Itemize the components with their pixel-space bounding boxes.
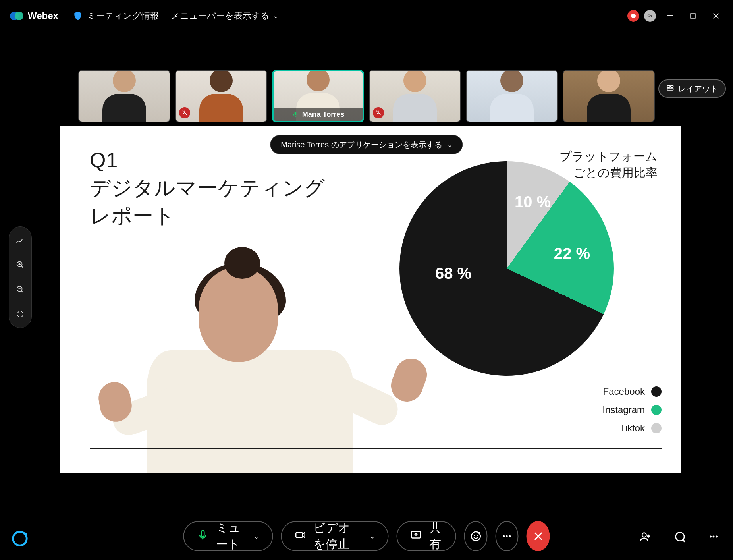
- legend-item: Tiktok: [620, 423, 662, 434]
- shared-content-stage: Q1 デジタルマーケティング レポート プラットフォーム ごとの費用比率 68 …: [60, 126, 681, 473]
- presenter-overlay: [107, 251, 385, 473]
- legend-label: Tiktok: [620, 423, 645, 434]
- svg-point-1: [15, 12, 23, 20]
- participant-thumb[interactable]: [466, 70, 558, 122]
- layout-grid-icon: [666, 84, 674, 94]
- top-bar: Webex ミーティング情報 メニューバーを表示する ⌄: [0, 0, 733, 32]
- chevron-down-icon: ⌄: [369, 532, 375, 541]
- svg-point-2: [648, 15, 650, 17]
- meeting-info-button[interactable]: ミーティング情報: [73, 10, 159, 22]
- participant-thumb-active[interactable]: Maria Torres: [272, 70, 364, 122]
- bottom-right-controls: [637, 528, 722, 545]
- svg-rect-3: [691, 14, 695, 18]
- share-source-chip[interactable]: Marise Torres のアプリケーションを表示する ⌄: [270, 135, 463, 154]
- share-screen-icon: [410, 529, 422, 544]
- window-maximize-button[interactable]: [684, 7, 702, 25]
- stop-video-button[interactable]: ビデオを停止 ⌄: [281, 521, 389, 551]
- participant-thumb[interactable]: [78, 70, 170, 122]
- annotation-toolbar: [9, 226, 32, 328]
- svg-point-23: [713, 536, 715, 538]
- meeting-info-label: ミーティング情報: [87, 10, 159, 22]
- svg-rect-12: [201, 530, 204, 536]
- shield-icon: [73, 11, 83, 21]
- legend-label: Instagram: [602, 404, 645, 415]
- slide-divider: [90, 448, 662, 449]
- svg-point-17: [476, 535, 478, 536]
- reactions-button[interactable]: [464, 521, 488, 551]
- chevron-down-icon: ⌄: [273, 12, 279, 20]
- top-right-controls: [627, 0, 725, 32]
- legend-dot-icon: [651, 386, 662, 397]
- svg-point-21: [642, 533, 646, 537]
- pie-slice-label: 10 %: [515, 193, 551, 211]
- svg-point-11: [24, 533, 27, 536]
- share-label: 共有: [429, 520, 443, 552]
- pie-chart: 68 % 22 % 10 %: [399, 161, 614, 376]
- mic-active-icon: [292, 111, 299, 118]
- show-menubar-button[interactable]: メニューバーを表示する ⌄: [171, 10, 279, 22]
- fit-screen-button[interactable]: [14, 308, 27, 321]
- mute-button[interactable]: ミュート ⌄: [183, 521, 273, 551]
- window-minimize-button[interactable]: [661, 7, 679, 25]
- zoom-out-button[interactable]: [14, 283, 27, 296]
- more-options-button[interactable]: [495, 521, 519, 551]
- microphone-icon: [197, 529, 209, 544]
- svg-point-16: [474, 535, 475, 536]
- legend-dot-icon: [651, 423, 662, 433]
- legend-item: Facebook: [603, 386, 662, 397]
- chart-legend: Facebook Instagram Tiktok: [602, 386, 662, 434]
- svg-rect-6: [671, 85, 673, 87]
- participant-thumb[interactable]: [175, 70, 267, 122]
- svg-rect-4: [294, 112, 296, 115]
- svg-point-19: [506, 535, 508, 537]
- app-name: Webex: [28, 10, 58, 21]
- end-call-button[interactable]: [527, 521, 550, 551]
- layout-button[interactable]: レイアウト: [658, 79, 726, 98]
- legend-label: Facebook: [603, 386, 645, 397]
- pie-slice-label: 68 %: [435, 265, 471, 282]
- slide-title: Q1 デジタルマーケティング レポート: [90, 146, 325, 230]
- more-panels-button[interactable]: [705, 528, 722, 545]
- pie-slice-label: 22 %: [554, 245, 590, 263]
- svg-point-22: [710, 536, 712, 538]
- participant-name: Maria Torres: [302, 110, 345, 119]
- share-chip-label: Marise Torres のアプリケーションを表示する: [281, 139, 442, 150]
- muted-icon: [179, 107, 190, 118]
- legend-dot-icon: [651, 405, 662, 415]
- zoom-in-button[interactable]: [14, 259, 27, 271]
- webex-logo: Webex: [10, 9, 58, 23]
- chevron-down-icon: ⌄: [253, 532, 259, 541]
- chevron-down-icon: ⌄: [447, 141, 452, 149]
- participants-strip: Maria Torres: [78, 70, 655, 122]
- webex-assistant-button[interactable]: [9, 527, 31, 550]
- svg-rect-5: [667, 85, 670, 87]
- muted-icon: [373, 107, 384, 118]
- webex-logo-icon: [10, 9, 24, 23]
- legend-item: Instagram: [602, 404, 662, 415]
- svg-rect-13: [296, 532, 302, 537]
- camera-icon: [294, 529, 306, 544]
- encryption-lock-icon[interactable]: [644, 10, 656, 22]
- participant-thumb[interactable]: [563, 70, 655, 122]
- window-close-button[interactable]: [707, 7, 725, 25]
- share-button[interactable]: 共有: [397, 521, 456, 551]
- svg-rect-7: [667, 88, 673, 90]
- stop-video-label: ビデオを停止: [313, 520, 361, 552]
- mute-label: ミュート: [216, 520, 245, 552]
- recording-indicator-icon[interactable]: [627, 10, 639, 22]
- svg-point-24: [716, 536, 718, 538]
- layout-button-label: レイアウト: [678, 83, 718, 94]
- svg-point-20: [509, 535, 511, 537]
- chat-panel-button[interactable]: [671, 528, 688, 545]
- annotate-button[interactable]: [14, 234, 27, 247]
- participant-thumb[interactable]: [369, 70, 461, 122]
- svg-point-18: [503, 535, 505, 537]
- participant-name-bar: Maria Torres: [274, 108, 363, 121]
- call-controls: ミュート ⌄ ビデオを停止 ⌄ 共有: [183, 521, 550, 551]
- participants-panel-button[interactable]: [637, 528, 654, 545]
- show-menubar-label: メニューバーを表示する: [171, 10, 270, 22]
